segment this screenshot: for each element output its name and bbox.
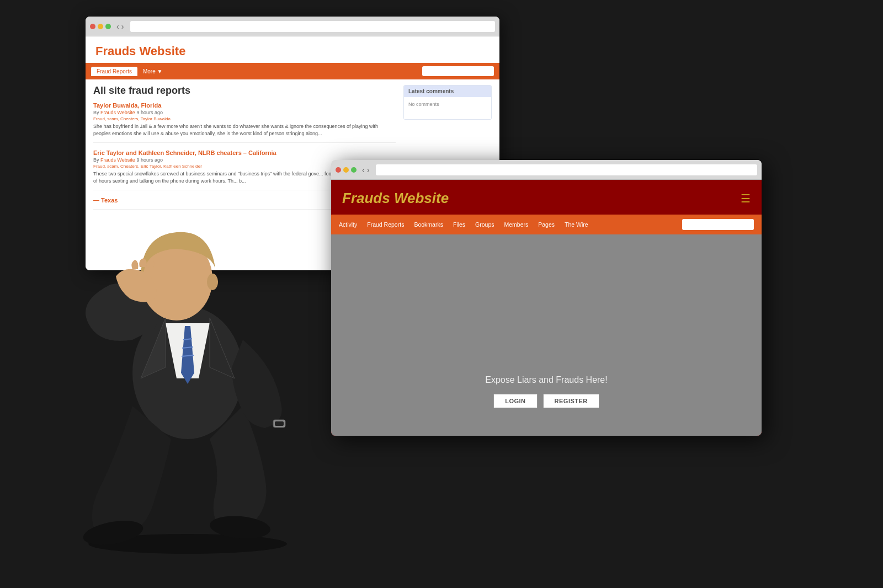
svg-point-5 xyxy=(207,274,218,290)
page-heading: All site fraud reports xyxy=(93,85,396,97)
front-min-btn[interactable] xyxy=(343,167,349,173)
close-btn[interactable] xyxy=(90,24,95,29)
hamburger-icon[interactable]: ☰ xyxy=(741,192,751,205)
back-arrow-icon[interactable]: ‹ xyxy=(116,22,119,31)
front-max-btn[interactable] xyxy=(351,167,357,173)
person-image xyxy=(44,169,331,555)
nav-pages[interactable]: Pages xyxy=(538,221,555,228)
front-back-icon[interactable]: ‹ xyxy=(362,165,365,174)
article-tags-1: Fraud, scam, Cheaters, Taylor Buwalda xyxy=(93,116,396,121)
article-meta-1: By Frauds Website 9 hours ago xyxy=(93,110,396,115)
nav-bar-back: Fraud Reports More ▼ xyxy=(86,63,499,79)
nav-files[interactable]: Files xyxy=(453,221,465,228)
article-item-1: Taylor Buwalda, Florida By Frauds Websit… xyxy=(93,102,396,143)
nav-fraud-reports[interactable]: Fraud Reports xyxy=(367,221,404,228)
nav-groups[interactable]: Groups xyxy=(475,221,494,228)
register-button[interactable]: REGISTER xyxy=(543,394,599,408)
search-bar-back[interactable] xyxy=(422,66,494,76)
tagline-text: Expose Liars and Frauds Here! xyxy=(485,375,607,385)
nav-bookmarks[interactable]: Bookmarks xyxy=(414,221,443,228)
nav-the-wire[interactable]: The Wire xyxy=(565,221,588,228)
min-btn[interactable] xyxy=(98,24,103,29)
site-header-back: Frauds Website xyxy=(86,36,499,63)
more-menu[interactable]: More ▼ xyxy=(143,68,162,74)
front-forward-icon[interactable]: › xyxy=(367,165,370,174)
nav-arrows: ‹ › xyxy=(116,22,124,31)
front-page-content: Frauds Website ☰ Activity Fraud Reports … xyxy=(331,180,762,436)
browser-window-front: ‹ › Frauds Website ☰ Activity Fraud Repo… xyxy=(331,160,762,436)
nav-members[interactable]: Members xyxy=(504,221,529,228)
svg-rect-7 xyxy=(275,421,284,426)
comments-box: Latest comments No comments xyxy=(403,85,492,120)
front-search-bar[interactable] xyxy=(682,219,754,230)
site-title-back: Frauds Website xyxy=(95,44,490,58)
max-btn[interactable] xyxy=(105,24,111,29)
front-nav-bar: Activity Fraud Reports Bookmarks Files G… xyxy=(331,215,762,234)
front-nav-arrows: ‹ › xyxy=(362,165,369,174)
browser-chrome-front: ‹ › xyxy=(331,160,762,180)
forward-arrow-icon[interactable]: › xyxy=(121,22,124,31)
browser-chrome-back: ‹ › xyxy=(86,17,499,36)
article-title-2[interactable]: Eric Taylor and Kathleen Schneider, NLRB… xyxy=(93,149,396,156)
address-bar[interactable] xyxy=(130,21,495,32)
front-close-btn[interactable] xyxy=(336,167,341,173)
front-address-bar[interactable] xyxy=(376,164,757,175)
article-text-1: She has boyfriend in Jail & a few more w… xyxy=(93,123,396,137)
auth-buttons: LOGIN REGISTER xyxy=(493,394,599,408)
article-title-1[interactable]: Taylor Buwalda, Florida xyxy=(93,102,396,109)
front-site-title: Frauds Website xyxy=(342,190,449,207)
fraud-reports-tab[interactable]: Fraud Reports xyxy=(91,67,137,76)
article-author-2[interactable]: Frauds Website xyxy=(100,157,135,163)
nav-activity[interactable]: Activity xyxy=(339,221,357,228)
login-button[interactable]: LOGIN xyxy=(493,394,537,408)
article-author-1[interactable]: Frauds Website xyxy=(100,110,135,115)
front-body: Expose Liars and Frauds Here! LOGIN REGI… xyxy=(331,234,762,436)
person-svg xyxy=(44,169,331,555)
front-header: Frauds Website ☰ xyxy=(331,180,762,215)
comments-body: No comments xyxy=(404,97,491,119)
comments-title: Latest comments xyxy=(404,85,491,97)
